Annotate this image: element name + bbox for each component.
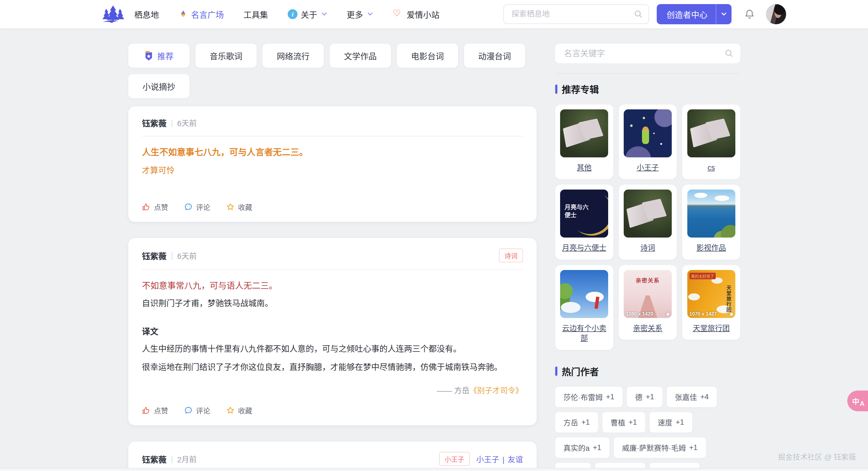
album-cover: [560, 109, 608, 157]
topic-link[interactable]: 友谊: [508, 456, 523, 464]
album-card[interactable]: 影视作品: [682, 184, 740, 259]
category-tab[interactable]: 动漫台词: [464, 44, 525, 68]
album-card[interactable]: 其他: [555, 104, 613, 179]
category-tab[interactable]: 音乐歌词: [195, 44, 256, 68]
post-author[interactable]: 钰紫薇: [142, 117, 166, 129]
work-link[interactable]: 《别子才司令》: [469, 386, 523, 395]
album-link[interactable]: 影视作品: [696, 243, 726, 253]
comment-button[interactable]: 评论: [184, 202, 210, 212]
album-link[interactable]: 亲密关系: [633, 324, 662, 333]
chevron-down-icon: [321, 12, 327, 16]
author-tag-cloud: 莎伦·布雷姆 +1 德 +1 张嘉佳 +4 方岳: [555, 387, 740, 471]
nav-item-tools[interactable]: 工具集: [244, 8, 268, 20]
album-link[interactable]: 云边有个小卖部: [558, 324, 610, 343]
nav-item-about[interactable]: i 关于: [288, 8, 327, 20]
section-title-text: 推荐专辑: [562, 82, 599, 96]
creator-center-button[interactable]: 创造者中心: [657, 4, 732, 24]
post-actions: 点赞 评论 收藏: [142, 199, 523, 214]
comment-label: 评论: [196, 405, 210, 415]
album-cover: 真的太好哭了 天堂旅行团 1070 x 1427 ↓ ◉: [687, 270, 735, 318]
nav-item-habitat[interactable]: 栖息地: [134, 8, 159, 20]
authors-section-title: 热门作者: [555, 365, 740, 378]
albums-section-title: 推荐专辑: [555, 82, 740, 96]
nav-item-quotes-square[interactable]: 名言广场: [179, 8, 224, 20]
album-tag[interactable]: 小王子: [439, 452, 470, 466]
album-link[interactable]: 其他: [577, 163, 591, 173]
favorite-label: 收藏: [238, 405, 252, 415]
author-name: 张嘉佳: [675, 392, 697, 402]
comment-button[interactable]: 评论: [184, 405, 210, 415]
album-card[interactable]: 亲密关系 1080 x 1420 ↓ ◉ 亲密关系: [619, 265, 677, 340]
post-author[interactable]: 钰紫薇: [142, 249, 166, 262]
user-avatar[interactable]: [766, 4, 786, 24]
favorite-button[interactable]: 收藏: [226, 202, 252, 212]
album-cover: 亲密关系 1080 x 1420 ↓ ◉: [624, 270, 672, 318]
album-link[interactable]: 诗词: [640, 243, 655, 253]
album-card[interactable]: 云边有个小卖部: [555, 265, 613, 350]
album-card[interactable]: 诗词: [619, 184, 677, 259]
thumbs-up-icon: [142, 203, 151, 211]
comment-bubble-icon: [184, 406, 193, 415]
category-tab[interactable]: 推荐: [128, 44, 189, 68]
album-cover: [560, 270, 608, 318]
tab-label: 电影台词: [411, 49, 444, 62]
keyword-search-input[interactable]: [563, 48, 724, 59]
category-tab[interactable]: 电影台词: [397, 44, 458, 68]
like-button[interactable]: 点赞: [142, 202, 168, 212]
quote-line: 才算可怜: [142, 164, 523, 176]
album-link[interactable]: 天堂旅行团: [693, 324, 730, 333]
category-tab[interactable]: 文学作品: [330, 44, 391, 68]
bell-icon[interactable]: [744, 8, 755, 20]
site-logo[interactable]: [101, 4, 124, 24]
album-card[interactable]: 月亮与六便士 月亮与六便士: [555, 184, 613, 259]
quote-line: 不如意事常八九，可与语人无二三。: [142, 279, 523, 291]
translate-icon-letter: A: [860, 400, 864, 407]
search-icon[interactable]: [634, 9, 643, 19]
album-cover: [687, 109, 735, 157]
tab-label: 网络流行: [277, 49, 310, 62]
album-link[interactable]: cs: [708, 163, 715, 173]
link-separator: |: [502, 456, 504, 464]
author-tag[interactable]: 速度 +1: [650, 412, 692, 433]
post-card: 钰紫薇 | 6天前 人生不如意事七八九，可与人言者无二三。 才算可怜 点赞 评论: [128, 106, 537, 222]
author-tag[interactable]: 张嘉佳 +4: [667, 387, 717, 407]
author-name: 莎伦·布雷姆: [563, 392, 603, 402]
album-card[interactable]: 小王子: [619, 104, 677, 179]
album-card[interactable]: 真的太好哭了 天堂旅行团 1070 x 1427 ↓ ◉ 天堂旅行团: [682, 265, 740, 340]
favorite-button[interactable]: 收藏: [226, 405, 252, 415]
album-link[interactable]: 月亮与六便士: [562, 243, 606, 253]
author-tag[interactable]: 方岳 +1: [555, 412, 598, 433]
album-link[interactable]: 小王子: [637, 163, 659, 173]
author-tag[interactable]: 威廉·萨默赛特·毛姆 +1: [614, 437, 706, 458]
author-tag[interactable]: 真实的a +1: [555, 437, 610, 458]
post-author[interactable]: 钰紫薇: [142, 453, 166, 465]
author-name: 真实的a: [563, 442, 590, 453]
category-tab[interactable]: 网络流行: [262, 44, 324, 68]
album-cover: [687, 190, 735, 238]
post-card: 钰紫薇 | 6天前 诗词 不如意事常八九，可与语人无二三。 自识荆门子才甫，梦驰…: [128, 238, 537, 425]
bottom-scrollbar-strip[interactable]: [0, 468, 868, 471]
double-heart-icon: ♡♡: [393, 9, 403, 19]
site-search-input[interactable]: [510, 9, 634, 19]
translate-button[interactable]: 中 A: [847, 391, 868, 411]
post-time: 2月前: [177, 453, 197, 465]
search-icon[interactable]: [724, 49, 734, 58]
flame-icon: [179, 9, 188, 19]
category-tag[interactable]: 诗词: [499, 248, 523, 262]
category-tab[interactable]: 小说摘抄: [128, 74, 189, 98]
album-link[interactable]: 小王子: [476, 456, 499, 464]
album-card[interactable]: cs: [682, 104, 740, 179]
author-tag[interactable]: 曹植 +1: [602, 412, 645, 433]
like-button[interactable]: 点赞: [142, 405, 168, 415]
author-count: +1: [581, 418, 590, 427]
chevron-down-icon[interactable]: [716, 12, 732, 16]
category-tabs: 推荐 音乐歌词 网络流行 文学作品: [128, 44, 537, 98]
nav-item-more[interactable]: 更多: [347, 8, 373, 20]
author-tag[interactable]: 莎伦·布雷姆 +1: [555, 387, 623, 407]
nav-label: 爱情小站: [407, 8, 439, 20]
author-name: 威廉·萨默赛特·毛姆: [622, 442, 686, 453]
separator: |: [171, 251, 173, 260]
nav-item-love-station[interactable]: ♡♡ 爱情小站: [393, 8, 439, 20]
author-tag[interactable]: 德 +1: [627, 387, 662, 407]
author-name: 曹植: [611, 417, 625, 428]
